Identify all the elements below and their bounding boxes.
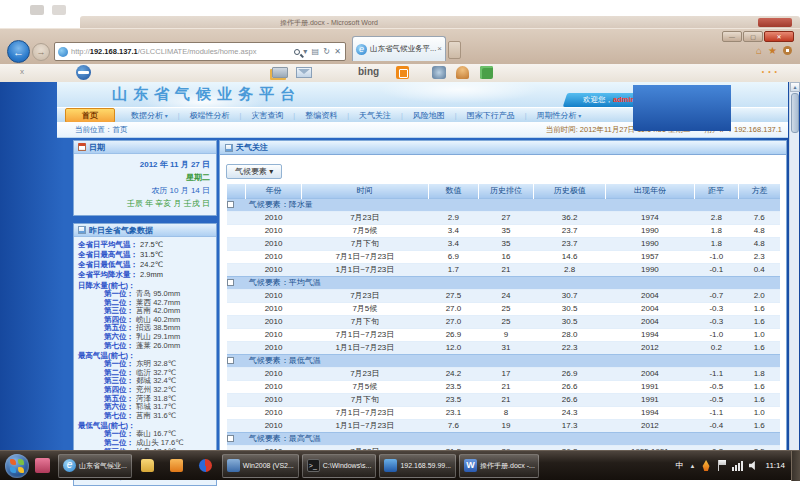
- new-tab-button[interactable]: [448, 41, 461, 59]
- taskbar-button-5[interactable]: Win2008 (VS2...: [222, 454, 299, 478]
- close-window-button[interactable]: ✕: [764, 31, 794, 42]
- climate-element-button[interactable]: 气候要素 ▾: [226, 164, 282, 179]
- pinned-app-icon[interactable]: [35, 458, 50, 473]
- cell: 1月1日~7月23日: [301, 341, 428, 354]
- group-checkbox[interactable]: [227, 435, 234, 442]
- forward-button[interactable]: →: [32, 43, 50, 61]
- menu-item-3[interactable]: 极端性分析: [180, 110, 240, 121]
- column-header: 方差: [738, 184, 780, 198]
- welcome-username: admin: [613, 95, 635, 104]
- taskbar-button-2[interactable]: [135, 454, 161, 478]
- row-checkbox-cell: [227, 263, 246, 276]
- cell: 0.4: [738, 263, 780, 276]
- favorites-star-icon[interactable]: ★: [768, 45, 783, 56]
- win-taskbar-icon: [227, 459, 240, 472]
- menu-item-8[interactable]: 国家下行产品: [457, 110, 525, 121]
- refresh-icon[interactable]: ↻: [323, 47, 331, 56]
- stop-icon[interactable]: ✕: [334, 47, 342, 56]
- camera-icon[interactable]: [432, 66, 446, 79]
- browser-toolbar-right: ⌂★: [756, 45, 792, 56]
- menu-item-7[interactable]: 风险地图: [403, 110, 455, 121]
- cell: 30.5: [534, 315, 606, 328]
- menu-item-2[interactable]: 数据分析 ▾: [121, 110, 178, 121]
- close-bar-icon[interactable]: x: [20, 67, 24, 76]
- cell: -0.4: [694, 419, 738, 432]
- cell: 1.8: [694, 237, 738, 250]
- show-desktop-button[interactable]: [791, 451, 800, 481]
- more-options-dots-icon[interactable]: • • •: [762, 68, 778, 75]
- browser-command-bar: x bing • • •: [0, 64, 800, 82]
- cell: 1.6: [738, 302, 780, 315]
- taskbar-button-4[interactable]: [193, 454, 219, 478]
- group-checkbox[interactable]: [227, 201, 234, 208]
- group-checkbox-cell: [227, 432, 246, 445]
- maximize-button[interactable]: ▢: [743, 31, 763, 42]
- address-bar[interactable]: http://192.168.137.1/GLCCLIMATE/modules/…: [54, 42, 346, 61]
- cell: 1990: [606, 224, 695, 237]
- start-button[interactable]: [5, 454, 29, 478]
- cell: 7.6: [429, 419, 479, 432]
- menu-item-4[interactable]: 灾害查询: [241, 110, 293, 121]
- search-dropdown-icon[interactable]: ▾: [303, 47, 308, 56]
- tab-close-icon[interactable]: ×: [437, 37, 442, 61]
- group-checkbox[interactable]: [227, 357, 234, 364]
- menu-item-9[interactable]: 周期性分析 ▾: [526, 110, 591, 121]
- cell: 7月下旬: [301, 393, 428, 406]
- menu-item-6[interactable]: 天气关注: [349, 110, 401, 121]
- cell: 1.7: [429, 263, 479, 276]
- volume-icon[interactable]: [749, 461, 758, 470]
- cell: -0.3: [694, 302, 738, 315]
- scrollbar-up-icon[interactable]: ▲: [790, 82, 800, 92]
- cell: 1994: [606, 406, 695, 419]
- bing-box-icon[interactable]: [396, 66, 409, 79]
- compatibility-icon[interactable]: ▤: [312, 47, 321, 56]
- browser-tab[interactable]: e 山东省气候业务平... ×: [352, 36, 446, 61]
- settings-gear-icon[interactable]: [783, 46, 792, 55]
- home-icon[interactable]: ⌂: [756, 45, 768, 56]
- cards-icon[interactable]: [272, 67, 288, 78]
- cell: 1.8: [694, 224, 738, 237]
- background-close-fragment: [758, 18, 792, 27]
- taskbar-button-1[interactable]: e山东省气候业...: [58, 454, 132, 478]
- system-tray: 中 ▲ 11:14: [676, 460, 791, 471]
- row-checkbox-cell: [227, 406, 246, 419]
- group-header-row: 气候要素：平均气温: [227, 276, 781, 289]
- taskbar-button-6[interactable]: >_C:\Windows\s...: [302, 454, 377, 478]
- cell: -0.1: [694, 263, 738, 276]
- network-icon[interactable]: [732, 460, 743, 471]
- group-checkbox[interactable]: [227, 279, 234, 286]
- stat-value: 31.5℃: [138, 250, 163, 259]
- rank-position: 第七位：: [104, 341, 134, 350]
- cell: 25: [478, 302, 533, 315]
- addons-puzzle-icon[interactable]: [480, 66, 493, 79]
- page-scrollbar[interactable]: ▲: [789, 82, 799, 480]
- bing-logo[interactable]: bing: [358, 66, 379, 77]
- rank-item: 第七位： 蓬莱 26.0mm: [78, 342, 214, 351]
- flame-app-icon[interactable]: [702, 460, 711, 471]
- menu-item-5[interactable]: 整编资料: [295, 110, 347, 121]
- minimize-button[interactable]: —: [722, 31, 742, 42]
- taskbar-clock[interactable]: 11:14: [766, 461, 785, 470]
- scrollbar-thumb[interactable]: [791, 93, 799, 133]
- weather-focus-panel: 天气关注 气候要素 ▾ 年份时间数值历史排位历史极值出现年份距平方差气候要素：降…: [219, 140, 787, 480]
- table-row: 20107月下旬27.02530.52004-0.31.6: [227, 315, 781, 328]
- header-corner-block: [633, 85, 731, 131]
- person-icon[interactable]: [456, 66, 469, 79]
- cell: 23.1: [429, 406, 479, 419]
- mail-icon[interactable]: [296, 67, 312, 78]
- cell: 25: [478, 315, 533, 328]
- taskbar-button-8[interactable]: W操作手册.docx -...: [459, 454, 539, 478]
- ime-indicator[interactable]: 中: [676, 460, 684, 471]
- taskbar-button-label: 192.168.59.99...: [400, 462, 451, 469]
- action-center-flag-icon[interactable]: [717, 460, 726, 471]
- addon-badge-icon[interactable]: [76, 65, 91, 80]
- menu-item-1[interactable]: 首页: [65, 108, 115, 123]
- group-header-row: 气候要素：最高气温: [227, 432, 781, 445]
- tray-expand-icon[interactable]: ▲: [690, 463, 696, 469]
- back-button[interactable]: ←: [7, 40, 30, 63]
- cell: 24.3: [534, 406, 606, 419]
- taskbar-button-3[interactable]: [164, 454, 190, 478]
- taskbar-button-7[interactable]: 192.168.59.99...: [379, 454, 456, 478]
- row-checkbox-cell: [227, 393, 246, 406]
- search-icon[interactable]: [294, 49, 300, 55]
